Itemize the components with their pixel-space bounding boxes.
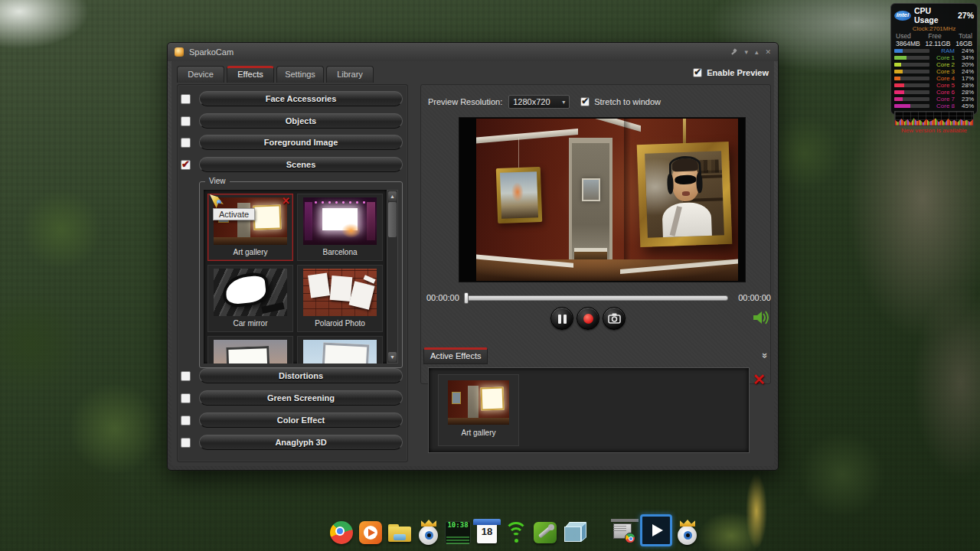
clock-widget-icon[interactable]: 10:38: [444, 519, 472, 546]
remove-scene-icon[interactable]: ✕: [282, 195, 290, 207]
checkbox-face-accessories[interactable]: [181, 94, 191, 104]
collapse-chevron-icon[interactable]: »: [760, 353, 771, 357]
wall-corner: [624, 119, 631, 265]
tab-library[interactable]: Library: [326, 66, 374, 83]
category-anaglyph-3d[interactable]: Anaglyph 3D: [199, 435, 403, 450]
checkbox-color-effect[interactable]: [181, 416, 191, 425]
category-scenes[interactable]: Scenes: [199, 157, 403, 172]
checkbox-distortions[interactable]: [181, 371, 191, 381]
snapshot-button[interactable]: [603, 307, 626, 330]
close-icon[interactable]: ✕: [765, 48, 771, 56]
chevron-down-icon[interactable]: ▾: [744, 48, 748, 56]
cpu-usage-value: 27%: [958, 11, 974, 20]
folder-icon[interactable]: [386, 519, 413, 546]
scene-thumb-car-mirror: [214, 269, 287, 316]
cpu-row-core6: Core 628%: [894, 90, 974, 96]
active-effects-panel: Art gallery: [428, 367, 750, 453]
cpu-clock: Clock:2701MHz: [894, 25, 974, 32]
window-chrome-icon[interactable]: [611, 519, 639, 546]
scene-thumb-billboard-sunset: [214, 340, 287, 364]
sparkocam-window: SparkoCam ▾ ▴ ✕ Device Effects Settings …: [167, 42, 779, 471]
stretch-checkbox[interactable]: [580, 97, 590, 106]
aquarium-cube-icon[interactable]: [560, 519, 588, 546]
checkbox-objects[interactable]: [181, 116, 191, 126]
remove-active-effect-icon[interactable]: ✕: [753, 370, 766, 389]
eyeball-crown-icon[interactable]: [415, 519, 443, 546]
scene-item-partial-1[interactable]: [207, 336, 293, 364]
category-distortions[interactable]: Distortions: [199, 368, 403, 383]
scene-name: Barcelona: [322, 248, 357, 256]
cpu-row-ram: RAM24%: [894, 48, 974, 54]
enable-preview-checkbox[interactable]: [693, 68, 702, 77]
dropdown-arrow-icon: ▾: [562, 99, 565, 106]
tab-settings[interactable]: Settings: [276, 66, 324, 83]
cpu-usage-widget: intel CPU Usage 27% Clock:2701MHz UsedFr…: [890, 3, 978, 115]
crown-molding: [476, 129, 578, 145]
intel-logo: intel: [894, 11, 911, 21]
active-player-icon[interactable]: [640, 514, 672, 546]
memory-values: 3864MB12.11GB16GB: [894, 40, 974, 47]
checkbox-foreground-image[interactable]: [181, 138, 191, 148]
scene-item-polaroid-photo[interactable]: Polaroid Photo: [297, 265, 383, 332]
enable-preview-label: Enable Preview: [707, 68, 769, 77]
calendar-icon[interactable]: 18: [473, 519, 501, 546]
view-label: View: [205, 177, 230, 185]
dock: 10:38 18: [328, 513, 701, 546]
checkbox-anaglyph-3d[interactable]: [181, 438, 191, 448]
chrome-icon[interactable]: [328, 519, 355, 546]
time-elapsed: 00:00:00: [426, 293, 459, 302]
scroll-down-icon[interactable]: ▼: [388, 352, 397, 362]
utilities-icon[interactable]: [531, 519, 559, 546]
stretch-label: Stretch to window: [594, 97, 661, 106]
checkbox-green-screening[interactable]: [181, 393, 191, 403]
minimize-icon[interactable]: ▴: [755, 48, 759, 56]
category-foreground-image[interactable]: Foreground Image: [199, 135, 403, 150]
activate-tooltip: Activate: [213, 208, 255, 220]
resolution-row: Preview Resolution: 980x551 ▾ Stretch t…: [428, 95, 661, 109]
category-green-screening[interactable]: Green Screening: [199, 390, 403, 406]
enable-preview[interactable]: Enable Preview: [693, 68, 769, 77]
tab-effects[interactable]: Effects: [227, 66, 274, 83]
tab-active-effects[interactable]: Active Effects: [423, 347, 488, 364]
webcam-frame: [637, 142, 732, 247]
gallery-scene: [766, 403, 980, 551]
tab-device[interactable]: Device: [177, 66, 224, 83]
time-total: 00:00:00: [738, 293, 771, 302]
cpu-row-core7: Core 723%: [894, 96, 974, 103]
eyeball-crown-icon-2[interactable]: [674, 519, 701, 546]
stretch-to-window[interactable]: Stretch to window: [580, 97, 661, 106]
category-objects[interactable]: Objects: [199, 113, 403, 129]
resolution-dropdown[interactable]: 980x551 ▾: [508, 95, 570, 109]
wifi-icon[interactable]: [502, 519, 530, 546]
checkbox-scenes[interactable]: [181, 160, 191, 170]
scene-name: Polaroid Photo: [315, 319, 365, 328]
gallery-scene: [476, 119, 738, 281]
media-player-icon[interactable]: [357, 519, 384, 546]
cpu-row-core3: Core 324%: [894, 69, 974, 75]
active-effect-item[interactable]: Art gallery: [438, 374, 519, 446]
tab-bar: Device Effects Settings Library: [177, 66, 374, 83]
gallery-painting: [496, 167, 543, 223]
camera-icon: [608, 313, 621, 324]
seek-thumb[interactable]: [464, 292, 469, 304]
record-button[interactable]: [577, 307, 599, 330]
scroll-up-icon[interactable]: ▲: [388, 191, 397, 201]
scene-item-art-gallery[interactable]: Art gallery ✕ Activate: [207, 194, 293, 261]
titlebar[interactable]: SparkoCam ▾ ▴ ✕: [168, 43, 778, 61]
pause-button[interactable]: [550, 307, 573, 330]
scene-item-car-mirror[interactable]: Car mirror: [207, 265, 293, 332]
cpu-row-core2: Core 220%: [894, 62, 974, 68]
category-color-effect[interactable]: Color Effect: [199, 412, 403, 428]
scene-thumb-art-gallery: [214, 197, 287, 245]
scene-item-partial-2[interactable]: [297, 336, 383, 364]
category-face-accessories[interactable]: Face Accessories: [199, 91, 403, 106]
scene-scrollbar[interactable]: ▲ ▼: [387, 190, 398, 364]
volume-icon[interactable]: [753, 309, 771, 326]
pip-output-preview: [766, 403, 980, 551]
scene-item-barcelona[interactable]: Barcelona: [297, 194, 383, 261]
scene-thumb-barcelona: [303, 197, 377, 245]
update-notice[interactable]: New version is available: [894, 127, 974, 134]
scrollbar-thumb[interactable]: [388, 202, 397, 237]
seek-bar[interactable]: [466, 295, 728, 301]
pin-icon[interactable]: [730, 49, 737, 56]
